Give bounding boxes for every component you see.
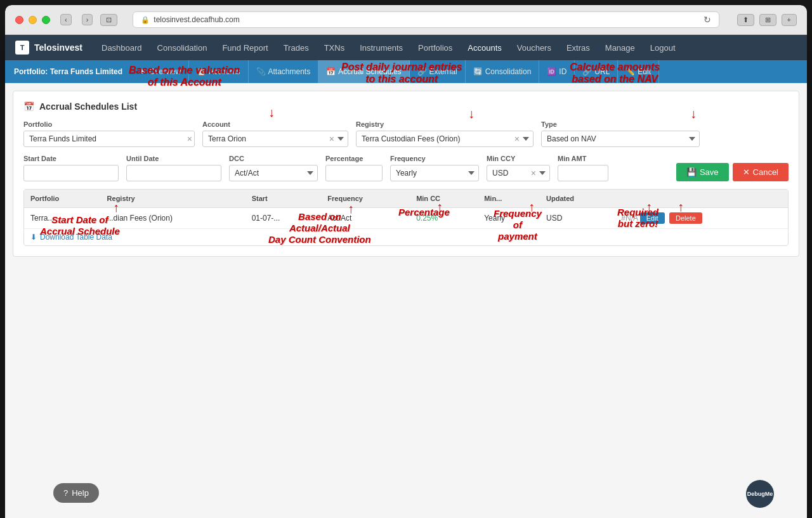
brand-icon: T xyxy=(15,41,29,55)
col-registry: Registry xyxy=(101,190,246,208)
portfolio-input-wrap: × xyxy=(23,131,195,147)
forward-button[interactable]: › xyxy=(82,14,93,25)
portfolio-label: Portfolio xyxy=(23,120,195,128)
tab-overview[interactable]: 👁 Overview xyxy=(131,60,189,83)
nav-trades[interactable]: Trades xyxy=(277,35,315,60)
save-button[interactable]: 💾 Save xyxy=(676,163,729,181)
nav-portfolios[interactable]: Portfolios xyxy=(412,35,459,60)
address-bar[interactable]: 🔒 telosinvest.decafhub.com ↻ xyxy=(133,11,719,28)
portfolio-bar: Portfolio: Terra Funds Limited 👁 Overvie… xyxy=(5,60,807,83)
portfolio-input[interactable] xyxy=(23,131,195,147)
minamt-label: Min AMT xyxy=(558,155,608,162)
close-button[interactable] xyxy=(15,16,23,24)
delete-button[interactable]: Delete xyxy=(669,212,702,224)
new-tab-button[interactable]: ⊞ xyxy=(759,14,776,26)
nav-vouchers[interactable]: Vouchers xyxy=(511,35,558,60)
window-chrome: ‹ › ⊡ 🔒 telosinvest.decafhub.com ↻ ⬆ ⊞ + xyxy=(5,5,807,35)
nav-instruments[interactable]: Instruments xyxy=(353,35,409,60)
tab-external[interactable]: 🔗 External xyxy=(410,60,466,83)
nav-dashboard[interactable]: Dashboard xyxy=(95,35,148,60)
cell-dcc: Act/Act xyxy=(321,208,410,229)
col-start: Start xyxy=(246,190,322,208)
frequency-group: Frequency Yearly Monthly Quarterly Semi-… xyxy=(390,155,479,181)
col-percentage: Min... xyxy=(478,190,540,208)
registry-label: Registry xyxy=(356,120,534,128)
brand: T Telosinvest xyxy=(15,41,82,55)
minccy-label: Min CCY xyxy=(487,155,550,162)
cell-minccy: USD xyxy=(540,208,615,229)
edit-button[interactable]: Edit xyxy=(640,212,665,224)
nav-fundreport[interactable]: Fund Report xyxy=(216,35,274,60)
frequency-select[interactable]: Yearly Monthly Quarterly Semi-Annual xyxy=(390,165,479,181)
reload-button[interactable]: ↻ xyxy=(704,15,711,25)
minamt-input[interactable]: 0 xyxy=(558,165,608,181)
minimize-button[interactable] xyxy=(29,16,37,24)
tab-id[interactable]: 🆔 ID xyxy=(539,60,575,83)
registry-clear-btn[interactable]: × xyxy=(514,134,520,143)
account-group: Account Terra Orion × xyxy=(202,120,348,147)
cell-start: 01-07-... xyxy=(246,208,322,229)
type-label: Type xyxy=(541,120,700,128)
type-select[interactable]: Based on NAV Fixed Amount Percentage xyxy=(541,131,700,147)
percentage-input[interactable]: 0.25 xyxy=(325,165,383,181)
save-icon: 💾 xyxy=(686,167,697,177)
cancel-button[interactable]: ✕ Cancel xyxy=(733,163,789,181)
nav-accounts[interactable]: Accounts xyxy=(461,35,508,60)
help-icon: ? xyxy=(63,488,68,498)
untildate-label: Until Date xyxy=(126,155,221,162)
tab-attachments[interactable]: 📎 Attachments xyxy=(249,60,319,83)
add-button[interactable]: + xyxy=(782,14,797,26)
cancel-icon: ✕ xyxy=(743,167,750,177)
tab-accounts[interactable]: 📋 Accounts xyxy=(189,60,248,83)
percentage-label: Percentage xyxy=(325,155,383,162)
maximize-button[interactable] xyxy=(42,16,50,24)
portfolio-label: Portfolio: Terra Funds Limited xyxy=(5,60,131,83)
untildate-input[interactable] xyxy=(126,165,221,181)
col-actions xyxy=(615,190,788,208)
col-portfolio: Portfolio xyxy=(24,190,101,208)
nav-consolidation[interactable]: Consolidation xyxy=(151,35,214,60)
col-frequency: Updated xyxy=(540,190,615,208)
tab-url[interactable]: 🔗 URL xyxy=(575,60,618,83)
account-clear-btn[interactable]: × xyxy=(329,134,334,143)
form-panel: 📅 Accrual Schedules List Portfolio × Acc… xyxy=(13,91,799,257)
help-button[interactable]: ? Help xyxy=(53,483,99,503)
account-label: Account xyxy=(202,120,348,128)
back-button[interactable]: ‹ xyxy=(60,14,72,25)
nav-manage[interactable]: Manage xyxy=(599,35,641,60)
form-row2: Start Date 01-07-2018 Until Date DCC Act… xyxy=(23,155,789,181)
tab-accrual-schedules[interactable]: 📅 Accrual Schedules xyxy=(318,60,409,83)
save-label: Save xyxy=(700,167,719,177)
app-container: T Telosinvest Dashboard Consolidation Fu… xyxy=(5,35,807,518)
frequency-label: Frequency xyxy=(390,155,479,162)
nav-extras[interactable]: Extras xyxy=(560,35,596,60)
url-text: telosinvest.decafhub.com xyxy=(154,15,239,24)
debugme-button[interactable]: DebugMe xyxy=(746,480,774,508)
startdate-input[interactable]: 01-07-2018 xyxy=(23,165,119,181)
nav-txns[interactable]: TXNs xyxy=(318,35,351,60)
cell-registry: ...dian Fees (Orion) xyxy=(101,208,246,229)
minccy-select-wrap: USD EUR GBP × xyxy=(487,165,550,181)
download-link[interactable]: ⬇ Download Table Data xyxy=(24,229,788,245)
minccy-group: Min CCY USD EUR GBP × xyxy=(487,155,550,181)
dcc-select[interactable]: Act/Act 30/360 Actual/365 xyxy=(229,165,318,181)
tab-consolidation[interactable]: 🔄 Consolidation xyxy=(466,60,540,83)
cancel-label: Cancel xyxy=(753,167,778,177)
untildate-group: Until Date xyxy=(126,155,221,181)
nav-logout[interactable]: Logout xyxy=(644,35,682,60)
registry-select[interactable]: Terra Custodian Fees (Orion) xyxy=(356,131,534,147)
table-row: Terra... ...dian Fees (Orion) 01-07-... … xyxy=(24,208,788,229)
minccy-select[interactable]: USD EUR GBP xyxy=(487,165,550,181)
type-group: Type Based on NAV Fixed Amount Percentag… xyxy=(541,120,700,147)
account-select[interactable]: Terra Orion xyxy=(202,131,348,147)
share-button[interactable]: ⬆ xyxy=(737,14,754,26)
cell-portfolio: Terra... xyxy=(24,208,101,229)
cell-percentage: 0.25% xyxy=(410,208,478,229)
split-view-button[interactable]: ⊡ xyxy=(100,14,117,26)
minccy-clear-btn[interactable]: × xyxy=(531,169,536,178)
startdate-label: Start Date xyxy=(23,155,119,162)
col-dcc: Min CC xyxy=(410,190,478,208)
tab-edit[interactable]: ✏️ Edit xyxy=(618,60,659,83)
cell-frequency: Yearly xyxy=(478,208,540,229)
portfolio-clear-btn[interactable]: × xyxy=(187,134,192,143)
